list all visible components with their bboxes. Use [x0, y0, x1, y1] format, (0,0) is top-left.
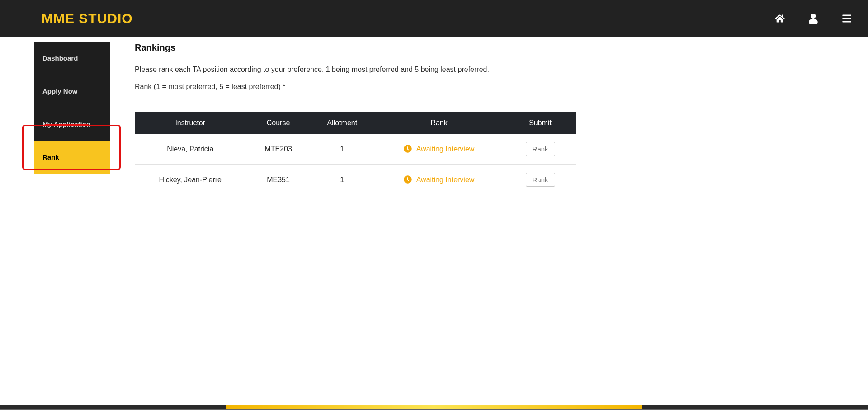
main-content: Rankings Please rank each TA position ac…	[110, 37, 594, 195]
menu-icon[interactable]	[842, 14, 852, 24]
top-navbar: MME STUDIO	[0, 0, 868, 37]
status-text: Awaiting Interview	[416, 145, 475, 153]
cell-submit: Rank	[505, 164, 576, 195]
rankings-table: Instructor Course Allotment Rank Submit …	[135, 112, 576, 195]
home-icon[interactable]	[775, 14, 785, 24]
sidebar-item-my-application[interactable]: My Application	[34, 108, 110, 141]
th-course: Course	[245, 112, 311, 134]
rank-button[interactable]: Rank	[526, 173, 555, 187]
cell-status: Awaiting Interview	[373, 164, 505, 195]
th-submit: Submit	[505, 112, 576, 134]
footer-bar	[0, 405, 868, 410]
nav-icons-group	[775, 14, 852, 24]
table-row: Hickey, Jean-Pierre ME351 1 Awaiting Int…	[135, 164, 576, 195]
clock-icon	[404, 145, 412, 153]
cell-course: ME351	[245, 164, 311, 195]
brand-logo[interactable]: MME STUDIO	[42, 11, 133, 26]
cell-instructor: Nieva, Patricia	[135, 134, 245, 164]
sidebar: Dashboard Apply Now My Application Rank	[34, 42, 110, 174]
user-icon[interactable]	[808, 14, 818, 24]
cell-course: MTE203	[245, 134, 311, 164]
cell-status: Awaiting Interview	[373, 134, 505, 164]
table-header-row: Instructor Course Allotment Rank Submit	[135, 112, 576, 134]
sidebar-item-apply-now[interactable]: Apply Now	[34, 75, 110, 108]
intro-text: Please rank each TA position according t…	[135, 66, 576, 74]
th-rank: Rank	[373, 112, 505, 134]
sidebar-item-dashboard[interactable]: Dashboard	[34, 42, 110, 75]
th-allotment: Allotment	[311, 112, 373, 134]
rank-button[interactable]: Rank	[526, 142, 555, 156]
sub-text: Rank (1 = most preferred, 5 = least pref…	[135, 83, 576, 91]
cell-allotment: 1	[311, 134, 373, 164]
sidebar-item-label: Dashboard	[42, 54, 78, 62]
cell-allotment: 1	[311, 164, 373, 195]
page-title: Rankings	[135, 42, 576, 53]
sidebar-item-rank[interactable]: Rank	[34, 141, 110, 174]
status-text: Awaiting Interview	[416, 176, 475, 184]
table-row: Nieva, Patricia MTE203 1 Awaiting Interv…	[135, 134, 576, 164]
cell-instructor: Hickey, Jean-Pierre	[135, 164, 245, 195]
cell-submit: Rank	[505, 134, 576, 164]
clock-icon	[404, 175, 412, 184]
sidebar-item-label: Rank	[42, 153, 59, 161]
sidebar-item-label: My Application	[42, 120, 90, 128]
sidebar-item-label: Apply Now	[42, 87, 78, 95]
th-instructor: Instructor	[135, 112, 245, 134]
